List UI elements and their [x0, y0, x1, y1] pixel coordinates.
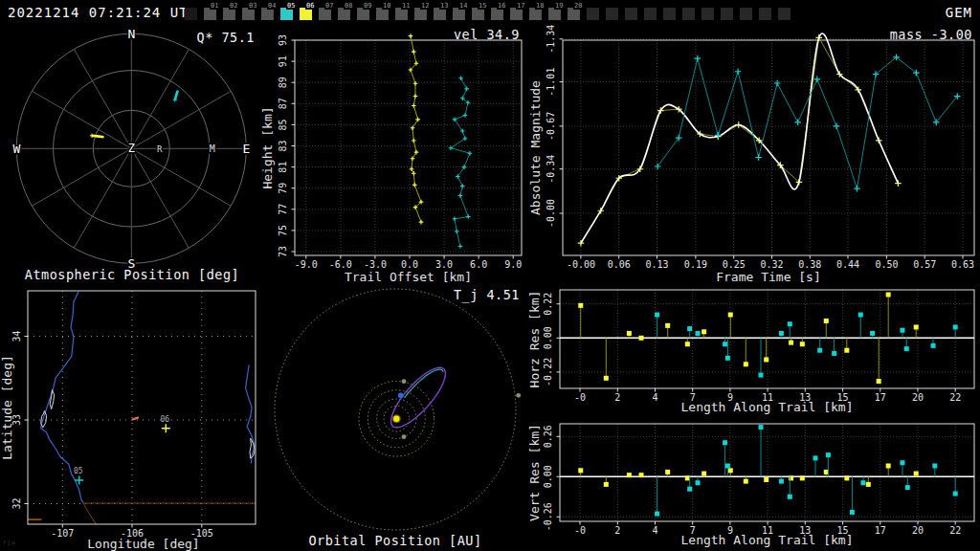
axis-ticks — [292, 40, 514, 259]
svg-text:Absolute Magnitude: Absolute Magnitude — [528, 80, 543, 215]
x-axis-label: Length Along Trail [km] — [680, 400, 853, 414]
svg-text:2: 2 — [614, 392, 620, 403]
svg-text:0.38: 0.38 — [798, 259, 821, 270]
mass-value: mass -3.00 — [858, 27, 972, 42]
svg-text:6.0: 6.0 — [470, 259, 487, 270]
grid — [295, 40, 522, 255]
svg-text:4: 4 — [652, 525, 657, 536]
y-axis-label: Vert Res [km] — [527, 424, 542, 521]
x-axis-label: Length Along Trail [km] — [680, 533, 853, 547]
svg-text:0.26: 0.26 — [543, 425, 553, 448]
ground-map-panel: 0605-107-106-105323334Longitude [deg]Lat… — [0, 283, 268, 551]
svg-text:32: 32 — [11, 497, 22, 509]
frame-square[interactable] — [606, 8, 618, 20]
axes-box — [295, 40, 522, 255]
svg-text:Trail Offset [km]: Trail Offset [km] — [345, 270, 472, 284]
frame-square[interactable] — [740, 8, 752, 20]
frame-label: 11 — [401, 2, 411, 10]
svg-text:0.0: 0.0 — [401, 259, 418, 270]
frame-label: 15 — [478, 2, 487, 10]
frame-square[interactable] — [185, 8, 197, 20]
horz-residuals-panel: -024791113151720220.220.00-0.22Length Al… — [526, 283, 980, 417]
svg-text:0.32: 0.32 — [760, 259, 783, 270]
frame-label: 02 — [229, 2, 238, 10]
svg-text:17: 17 — [875, 392, 886, 403]
svg-text:-0.00: -0.00 — [546, 199, 556, 228]
frame-square[interactable] — [682, 8, 695, 20]
frame-label: 05 — [286, 2, 296, 10]
frame-label: 10 — [382, 2, 391, 10]
frame-label: 12 — [420, 2, 430, 10]
svg-text:17: 17 — [875, 525, 886, 536]
stems-cyan — [655, 425, 958, 517]
svg-text:Height [km]: Height [km] — [260, 106, 275, 188]
svg-text:-1.01: -1.01 — [546, 68, 556, 97]
y-axis-label: Horz Res [km] — [527, 291, 542, 388]
frame-label: 04 — [267, 2, 277, 10]
radiant-marker: R — [157, 144, 163, 154]
frame-label: 20 — [573, 2, 583, 10]
tisserand-value: T_j 4.51 — [405, 287, 520, 302]
svg-text:Z: Z — [128, 142, 135, 155]
svg-text:-0.34: -0.34 — [546, 155, 556, 184]
y-tick-labels: 0.220.00-0.22 — [543, 293, 553, 386]
frame-square[interactable] — [587, 8, 599, 20]
planet-dots — [402, 379, 521, 439]
frame-square[interactable] — [778, 8, 791, 20]
shower-code-label: GEM — [946, 5, 972, 20]
svg-text:77: 77 — [278, 204, 288, 215]
svg-text:9.0: 9.0 — [504, 259, 522, 270]
axis-ticks — [557, 304, 956, 392]
svg-text:2: 2 — [614, 525, 620, 536]
svg-text:0.50: 0.50 — [875, 259, 898, 270]
svg-text:05: 05 — [74, 467, 83, 475]
svg-text:Horz Res [km]: Horz Res [km] — [527, 291, 542, 388]
svg-text:22: 22 — [949, 392, 961, 403]
svg-text:-3.0: -3.0 — [364, 259, 387, 270]
svg-text:20: 20 — [912, 392, 924, 403]
svg-text:-107: -107 — [51, 528, 74, 539]
frame-square[interactable] — [702, 8, 714, 20]
svg-text:0.22: 0.22 — [543, 293, 553, 316]
frame-label: 18 — [535, 2, 545, 10]
frame-square[interactable] — [759, 8, 771, 20]
svg-text:0.00: 0.00 — [543, 326, 553, 349]
light-curve-panel: -0.000.060.130.190.250.320.380.440.500.5… — [526, 27, 980, 287]
svg-text:89: 89 — [278, 77, 288, 88]
series-yellow — [409, 33, 424, 224]
svg-text:Length Along Trail [km]: Length Along Trail [km] — [680, 400, 853, 414]
svg-text:75: 75 — [278, 225, 288, 236]
x-tick-labels: -0.000.060.130.190.250.320.380.440.500.5… — [567, 259, 974, 270]
frame-square[interactable] — [625, 8, 637, 20]
svg-text:83: 83 — [278, 140, 288, 151]
svg-text:0.57: 0.57 — [913, 259, 936, 270]
qstar-value: Q* 75.1 — [140, 30, 255, 45]
x-axis-label: Trail Offset [km] — [345, 270, 472, 284]
svg-text:73: 73 — [278, 246, 288, 257]
frame-square[interactable] — [663, 8, 676, 20]
svg-text:E: E — [242, 142, 250, 156]
frame-label: 09 — [363, 2, 372, 10]
svg-text:85: 85 — [278, 119, 288, 130]
border-lines — [28, 503, 256, 524]
frame-label: 13 — [439, 2, 449, 10]
svg-text:-1.34: -1.34 — [546, 25, 556, 54]
svg-text:-9.0: -9.0 — [295, 259, 318, 270]
meteor-dashboard: 20221214 07:21:24 UTC 010203040506070809… — [0, 0, 980, 551]
y-tick-labels: 0.260.00-0.26 — [543, 425, 553, 531]
svg-text:-0: -0 — [574, 525, 586, 536]
watermark: rjw — [3, 539, 16, 545]
frame-square[interactable] — [644, 8, 657, 20]
frame-square[interactable] — [721, 8, 733, 20]
planet-orbits — [275, 289, 516, 530]
stems-cyan — [655, 313, 958, 378]
x-axis-label: Longitude [deg] — [87, 537, 199, 551]
sun-dot — [392, 414, 401, 423]
svg-text:0.25: 0.25 — [723, 259, 746, 270]
meteor-streaks — [90, 91, 178, 138]
y-tick-labels: 7375777981838587899193 — [278, 34, 288, 257]
svg-text:0.44: 0.44 — [836, 259, 859, 270]
meteor-ground-track — [132, 417, 139, 419]
x-tick-labels: -9.0-6.0-3.00.03.06.09.0 — [295, 259, 523, 270]
svg-text:-0.26: -0.26 — [543, 502, 553, 531]
